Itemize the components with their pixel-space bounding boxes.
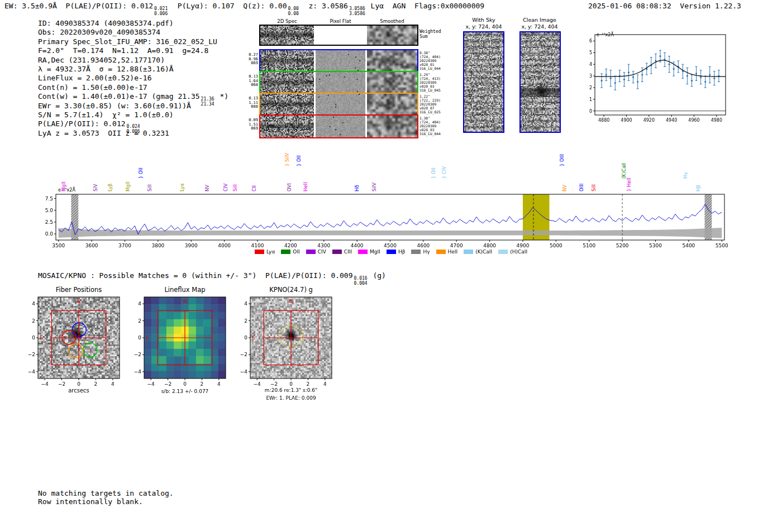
legend-swatch	[255, 250, 264, 254]
legend-label: Hγ	[423, 249, 430, 255]
text-segment: Cont(w) = 1.40(±0.01)e-17 (gmag 21.35	[38, 92, 200, 100]
spectral-line-label: SiIV	[371, 183, 377, 191]
text-segment: P(Lyα): 0.107 Q(z): 0.00	[169, 2, 287, 10]
pixel-flat-strip	[316, 50, 365, 71]
info-line: F=2.0" T=0.174 N=1.12 A=0.91 g=24.8	[38, 46, 228, 55]
text-segment: S/N = 5.7(±1.4) χ² = 1.0(±0.0)	[38, 111, 174, 119]
spectral-line-label: } OII	[431, 167, 436, 179]
text-segment: F=2.0" T=0.174 N=1.12 A=0.91 g=24.8	[38, 46, 208, 55]
pixel-flat-strip	[316, 72, 365, 93]
info-line: LyA z = 3.0573 OII z = 0.3231	[38, 129, 228, 138]
spectrum-legend: LyαOIICIVCIIIMgIIHβHγHeII(K)CaII(H)CaII	[218, 249, 564, 255]
smoothed-strip	[367, 72, 417, 93]
legend-swatch	[387, 250, 396, 254]
with-sky-image	[463, 31, 504, 133]
text-segment: Primary Spec_Slot_IFU_AMP: 316_022_052_L…	[38, 37, 217, 46]
spectral-line-label: } OII	[138, 167, 144, 179]
text-segment: LyA z = 3.0573 OII z = 0.3231	[38, 129, 169, 137]
fiber-id-label: 1.22"(722, 229)20220309v020_07316_LU_025	[419, 94, 445, 114]
legend-item: MgII	[358, 249, 380, 255]
legend-swatch	[436, 250, 446, 254]
text-segment: RA,Dec (231.934052,52.177170)	[38, 56, 165, 64]
row-weight-labels: 0.091.51069	[245, 118, 258, 131]
col-header-2d-spec: 2D Spec	[260, 18, 314, 24]
2d-spec-strip	[260, 94, 314, 114]
legend-label: OII	[293, 249, 299, 255]
text-segment: ID: 4090385374 (4090385374.pdf)	[38, 19, 174, 27]
elixer-report-page: EW: 3.5±0.9Å P(LAE)/P(OII): 0.0120.0210.…	[0, 0, 782, 532]
text-segment: Obs: 20220309v020_4090385374	[38, 28, 160, 36]
legend-swatch	[358, 250, 368, 254]
legend-label: HeII	[448, 249, 458, 255]
spectral-line-label: } HeII	[626, 178, 632, 191]
legend-item: Hβ	[387, 249, 406, 255]
legend-item: (K)CaII	[464, 249, 492, 255]
fiber-positions-panel	[18, 293, 124, 389]
legend-label: Lyα	[266, 249, 275, 255]
spectral-line-label: OVI	[287, 183, 292, 191]
info-line: Obs: 20220309v020_4090385374	[38, 28, 228, 37]
info-line: EWr = 3.30(±0.85) (w: 3.60(±0.91))Å	[38, 102, 228, 111]
pixel-flat-strip	[316, 94, 365, 114]
legend-label: MgII	[370, 249, 380, 255]
info-line: λ = 4932.37Å σ = 12.88(±3.16)Å	[38, 65, 228, 74]
fiber-id-label: 1.38"(724, 404)20220309v020_03316_LU_044	[419, 116, 445, 136]
line-fit-chart	[578, 27, 730, 131]
spectral-line-label: HeII	[303, 182, 308, 191]
spectral-line-label: } CIV	[441, 166, 447, 179]
fiber-id-label: WeightedSum	[419, 29, 445, 39]
smoothed-strip	[367, 50, 417, 71]
spectral-line-label: SiV	[93, 184, 98, 191]
summary-header: EW: 3.5±0.9Å P(LAE)/P(OII): 0.0120.0210.…	[4, 2, 484, 17]
fiber-positions-xlabel: arcsecs	[38, 387, 120, 394]
legend-label: (K)CaII	[475, 249, 492, 255]
legend-item: CIII	[332, 249, 352, 255]
spectral-line-label: Hδ	[354, 185, 360, 191]
row-weight-labels: 0.131.64068	[245, 75, 258, 88]
row-weight-labels: 0.270.96069	[245, 53, 258, 66]
smoothed-strip	[367, 26, 417, 45]
spectral-line-label: } SiIV	[284, 153, 290, 166]
spectral-line-label: (K)CaII	[621, 163, 627, 179]
spectral-line-label: CII	[251, 185, 257, 191]
fiber-id-label: 1.29"(724, 413)20220309v020_03316_LU_045	[419, 73, 445, 92]
col-header-smoothed: Smoothed	[367, 18, 417, 24]
text-segment: λ = 4932.37Å σ = 12.88(±3.16)Å	[38, 65, 174, 73]
spectral-line-label: SiII	[232, 184, 238, 191]
fiber-id-label: 0.30"(724, 404)20220309v020_01316_LU_044	[419, 51, 445, 70]
stacked-uncertainty: 0.0210.006	[154, 7, 168, 17]
info-line: LineFlux = 2.00(±0.52)e-16	[38, 74, 228, 83]
info-line: Cont(w) = 1.40(±0.01)e-17 (gmag 21.3521.…	[38, 92, 228, 101]
detection-info-block: ID: 4090385374 (4090385374.pdf)Obs: 2022…	[38, 19, 228, 138]
legend-swatch	[464, 250, 473, 254]
legend-swatch	[306, 250, 316, 254]
spectral-line-label: Hβ	[695, 185, 701, 191]
lineflux-map-xlabel: s/b: 2.13 +/- 0.077	[144, 389, 226, 394]
info-line: Cont(n) = 1.50(±0.00)e-17	[38, 83, 228, 92]
spectral-line-label: MgII	[125, 181, 131, 191]
kpno-g-xlabel: m:20.6 re:1.3" s:0.6"	[250, 387, 332, 393]
legend-swatch	[281, 250, 290, 254]
text-segment: Lyα AGN Flags:0x00000009	[366, 2, 484, 10]
text-segment: EWr = 3.30(±0.85) (w: 3.60(±0.91))Å	[38, 102, 191, 110]
legend-item: (H)CaII	[498, 249, 527, 255]
full-spectrum-chart	[31, 192, 729, 250]
smoothed-strip	[367, 116, 417, 137]
catalog-match-summary: MOSAIC/KPNO : Possible Matches = 0 (with…	[38, 271, 386, 286]
legend-swatch	[498, 250, 508, 254]
legend-label: CIII	[344, 249, 352, 255]
spectral-line-label: Hγ	[683, 172, 688, 179]
pixel-flat-strip	[316, 116, 365, 137]
text-segment: LineFlux = 2.00(±0.52)e-16	[38, 74, 152, 82]
legend-item: Hγ	[411, 249, 430, 255]
spectral-line-label: Lyα	[179, 183, 185, 191]
lineflux-map-panel	[124, 293, 230, 389]
text-segment: z: 3.0586	[300, 2, 348, 10]
clean-image-coords: x, y: 724, 404	[514, 23, 565, 30]
spectral-line-label: NV	[204, 185, 210, 191]
kpno-g-panel	[230, 293, 336, 389]
text-segment: MOSAIC/KPNO : Possible Matches = 0 (with…	[38, 271, 353, 280]
spectral-line-label: MgII	[61, 181, 66, 191]
info-line: Primary Spec_Slot_IFU_AMP: 316_022_052_L…	[38, 37, 228, 46]
row-weight-labels: 0.131.11088	[245, 97, 258, 109]
